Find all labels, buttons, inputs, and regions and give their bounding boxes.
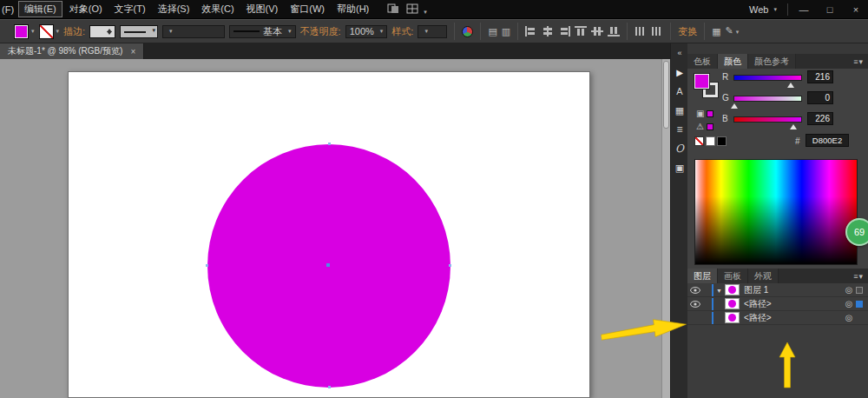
red-value-field[interactable]: 216 (807, 70, 833, 83)
align-right-icon[interactable] (558, 26, 570, 36)
preferences-icon[interactable]: ▥ (502, 26, 510, 36)
align-bottom-icon[interactable] (608, 26, 620, 36)
menu-type[interactable]: 文字(T) (108, 1, 152, 17)
green-value-field[interactable]: 0 (807, 91, 833, 104)
appearance-panel-icon[interactable] (671, 139, 688, 158)
stroke-color-swatch[interactable] (39, 24, 54, 39)
target-circle-icon[interactable] (844, 299, 854, 308)
bridge-icon[interactable] (387, 3, 399, 16)
slider-thumb-icon[interactable] (790, 124, 797, 129)
selection-indicator[interactable] (856, 287, 863, 294)
export-play-icon[interactable] (671, 63, 688, 82)
red-slider[interactable] (733, 75, 802, 81)
blue-value-field[interactable]: 226 (807, 112, 833, 125)
layer-thumbnail[interactable] (725, 284, 740, 295)
close-button[interactable]: × (845, 3, 866, 17)
target-circle-icon[interactable] (844, 285, 854, 295)
path-thumbnail[interactable] (725, 298, 740, 309)
layer-row[interactable]: 图层 1 (687, 283, 868, 297)
vertical-scrollbar[interactable] (661, 59, 670, 398)
warning-swatch[interactable] (707, 123, 713, 130)
workspace-switcher[interactable]: Web (744, 4, 782, 15)
stroke-weight-label[interactable]: 描边: (63, 25, 85, 38)
hex-value-field[interactable]: D800E2 (806, 134, 849, 147)
artboard[interactable] (68, 71, 590, 398)
slider-thumb-icon[interactable] (731, 103, 738, 109)
warning-icon[interactable]: ⚠ (696, 122, 704, 131)
fill-indicator[interactable] (694, 74, 709, 89)
menu-view[interactable]: 视图(V) (240, 1, 285, 17)
menu-object[interactable]: 对象(O) (63, 1, 108, 17)
shape-grid-icon[interactable]: ▦ (712, 26, 720, 36)
swatches-panel-icon[interactable] (671, 101, 688, 120)
green-slider[interactable] (733, 96, 802, 102)
color-spectrum[interactable] (694, 159, 858, 265)
character-panel-icon[interactable] (671, 82, 688, 101)
menu-help[interactable]: 帮助(H) (331, 1, 375, 17)
tab-artboards[interactable]: 画板 (718, 269, 748, 283)
anchor-point[interactable] (206, 264, 208, 267)
opacity-dropdown[interactable]: 100% (345, 25, 388, 38)
cube-icon[interactable]: ▣ (696, 109, 704, 118)
menu-edit[interactable]: 编辑(E) (18, 1, 62, 17)
anchor-point[interactable] (449, 264, 451, 267)
arrange-documents-icon[interactable] (406, 3, 427, 16)
paragraph-panel-icon[interactable] (671, 120, 688, 139)
transform-label[interactable]: 变换 (678, 25, 697, 38)
align-top-icon[interactable] (575, 26, 587, 36)
anchor-point[interactable] (328, 386, 331, 388)
style-label[interactable]: 样式: (391, 25, 413, 38)
distribute-vertical-icon[interactable] (651, 26, 663, 36)
stroke-dropdown-icon[interactable]: ▾ (56, 28, 60, 35)
recolor-artwork-icon[interactable] (462, 26, 473, 37)
layer-row[interactable]: <路径> (687, 297, 868, 311)
tab-close-icon[interactable]: × (130, 47, 135, 56)
document-setup-icon[interactable]: ▤ (488, 26, 496, 36)
stroke-weight-stepper[interactable] (89, 25, 115, 38)
fill-dropdown-icon[interactable]: ▾ (31, 28, 35, 35)
minimize-button[interactable]: — (793, 3, 814, 17)
opacity-label[interactable]: 不透明度: (300, 25, 341, 38)
gamut-swatch[interactable] (707, 110, 713, 117)
fill-color-swatch[interactable] (14, 24, 29, 39)
symbols-panel-icon[interactable] (671, 158, 688, 177)
menu-window[interactable]: 窗口(W) (284, 1, 331, 17)
panel-menu-icon[interactable] (849, 269, 868, 283)
white-swatch[interactable] (706, 136, 715, 146)
document-tab[interactable]: 未标题-1* @ 98% (RGB/预览) × (0, 43, 144, 59)
restore-button[interactable]: □ (819, 3, 840, 17)
layer-row[interactable]: <路径> (687, 311, 868, 325)
visibility-eye-icon[interactable] (689, 287, 700, 294)
layer-name[interactable]: 图层 1 (744, 284, 842, 296)
none-swatch[interactable] (694, 136, 704, 146)
style-dropdown[interactable] (418, 25, 447, 38)
path-name[interactable]: <路径> (744, 312, 842, 324)
slider-thumb-icon[interactable] (787, 83, 794, 88)
menu-select[interactable]: 选择(S) (152, 1, 196, 17)
isolate-pen-icon[interactable]: ✎ (726, 25, 740, 37)
path-name[interactable]: <路径> (744, 298, 842, 310)
anchor-point[interactable] (328, 143, 331, 145)
fill-stroke-widget[interactable] (694, 74, 726, 105)
tab-layers[interactable]: 图层 (687, 269, 718, 283)
path-thumbnail[interactable] (725, 312, 740, 323)
scrollbar-thumb[interactable] (663, 61, 669, 129)
width-profile-dropdown[interactable] (120, 25, 158, 38)
blue-slider[interactable] (733, 116, 802, 123)
brush-definition-dropdown[interactable] (162, 25, 225, 38)
tab-appearance[interactable]: 外观 (748, 269, 779, 283)
green-badge[interactable]: 69 (845, 218, 868, 246)
visibility-eye-icon[interactable] (689, 301, 700, 308)
align-center-icon[interactable] (542, 26, 554, 36)
basic-brush-dropdown[interactable]: 基本 (229, 25, 296, 38)
selection-indicator[interactable] (856, 301, 863, 308)
align-left-icon[interactable] (525, 26, 537, 36)
expand-dock-icon[interactable] (671, 43, 688, 63)
tab-swatches[interactable]: 色板 (687, 54, 718, 69)
menu-file-partial[interactable]: (F) (0, 3, 17, 17)
distribute-icon[interactable] (635, 26, 647, 36)
canvas-area[interactable] (0, 59, 661, 398)
black-swatch[interactable] (717, 136, 727, 146)
align-middle-icon[interactable] (591, 26, 603, 36)
tab-color[interactable]: 颜色 (718, 54, 748, 69)
